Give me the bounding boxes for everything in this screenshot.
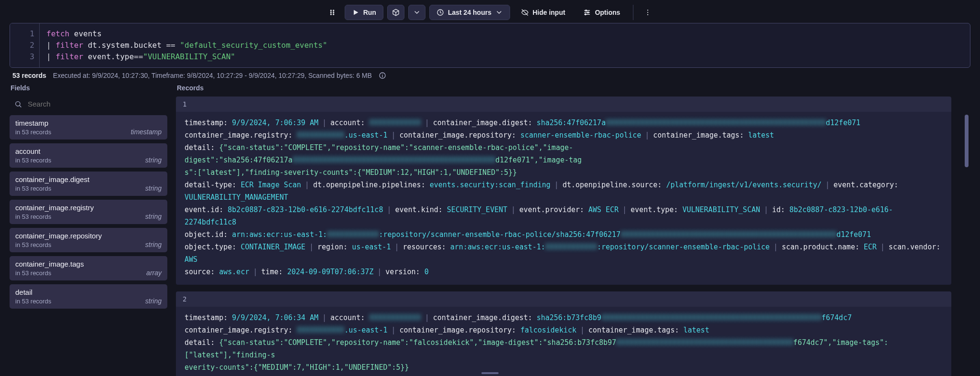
field-card[interactable]: container_image.tagsin 53 recordsarray — [10, 256, 167, 280]
record-key: version: — [385, 268, 424, 276]
record-value: AWS — [185, 255, 197, 264]
field-type: timestamp — [131, 128, 162, 136]
record-key: container_image.tags: — [588, 326, 684, 334]
record-key: event.id: — [185, 205, 228, 214]
fields-title: Fields — [11, 84, 167, 92]
record-key: timestamp: — [185, 313, 232, 322]
record-value: 8b2c0887-c823-12b0-e616-2274bdfc11c8 — [228, 205, 383, 214]
svg-point-13 — [588, 12, 589, 13]
record-value: 2024-09-09T07:06:37Z — [287, 268, 374, 276]
record-value: aws.ecr — [219, 268, 249, 276]
record-count: 53 records — [12, 72, 46, 79]
field-name: container_image.digest — [15, 175, 89, 183]
record-header[interactable]: 2 — [176, 291, 951, 307]
record-key: event.category: — [834, 181, 898, 189]
grip-icon — [328, 9, 336, 16]
record-key: scan.vendor: — [889, 243, 940, 251]
code-area[interactable]: fetch events | filter dt.system.bucket =… — [40, 23, 334, 67]
field-card[interactable]: container_image.digestin 53 recordsstrin… — [10, 172, 167, 196]
record-value: s":["latest"],"finding-severity-counts":… — [185, 168, 517, 177]
run-button[interactable]: Run — [345, 5, 383, 20]
record-value: us-east-1 — [352, 243, 391, 251]
field-card[interactable]: container_image.repositoryin 53 recordss… — [10, 228, 167, 252]
box-icon — [392, 9, 400, 16]
options-button[interactable]: Options — [576, 5, 627, 20]
resize-handle[interactable] — [481, 372, 499, 374]
field-type: string — [145, 156, 162, 164]
record-key: dt.openpipeline.source: — [563, 181, 666, 189]
field-card[interactable]: accountin 53 recordsstring — [10, 143, 167, 168]
record-value: scanner-ensemble-rbac-police — [520, 131, 641, 140]
timeframe-label: Last 24 hours — [448, 9, 491, 16]
field-name: account — [15, 147, 41, 155]
clock-icon — [436, 9, 444, 16]
package-dropdown[interactable] — [408, 5, 425, 20]
field-card[interactable]: container_image.registryin 53 recordsstr… — [10, 200, 167, 224]
record-value: sha256:b73fc8b9 — [536, 313, 601, 322]
record-value: ECR Image Scan — [240, 181, 301, 189]
execution-meta: Executed at: 9/9/2024, 10:27:30, Timefra… — [53, 72, 372, 79]
chevron-down-icon — [413, 9, 421, 16]
field-name: container_image.repository — [15, 232, 102, 240]
field-name: detail — [15, 288, 33, 296]
record-key: object.id: — [185, 230, 232, 239]
top-toolbar: Run Last 24 hours Hide input Options — [10, 5, 970, 20]
field-name: container_image.tags — [15, 260, 84, 268]
svg-point-20 — [382, 74, 382, 74]
record-value: CONTAINER_IMAGE — [240, 243, 305, 251]
hide-input-label: Hide input — [533, 9, 565, 16]
query-editor[interactable]: 1 2 3 fetch events | filter dt.system.bu… — [10, 23, 970, 68]
more-menu[interactable] — [639, 5, 656, 20]
svg-point-14 — [585, 14, 587, 15]
record-key: container_image.digest: — [433, 118, 537, 127]
sliders-icon — [583, 9, 591, 16]
svg-point-4 — [330, 14, 331, 15]
field-card[interactable]: timestampin 53 recordstimestamp — [10, 115, 167, 140]
field-sub: in 53 records — [15, 241, 51, 248]
svg-point-3 — [333, 12, 334, 13]
package-button[interactable] — [387, 5, 404, 20]
drag-handle[interactable] — [324, 5, 341, 20]
record-key: time: — [261, 268, 287, 276]
records-title: Records — [177, 84, 951, 92]
record-key: detail: — [185, 338, 219, 347]
field-card[interactable]: detailin 53 recordsstring — [10, 284, 167, 309]
scrollbar-thumb[interactable] — [965, 115, 969, 167]
field-type: string — [145, 241, 162, 248]
records-panel: Records 1timestamp: 9/9/2024, 7:06:39 AM… — [176, 83, 970, 376]
svg-point-2 — [330, 12, 331, 13]
field-name: container_image.registry — [15, 204, 94, 212]
hide-input-button[interactable]: Hide input — [514, 5, 572, 20]
eye-off-icon — [521, 9, 529, 16]
record-key: object.type: — [185, 243, 240, 251]
play-icon — [352, 9, 359, 16]
record-header[interactable]: 1 — [176, 97, 951, 112]
svg-line-22 — [20, 106, 21, 107]
record-body[interactable]: timestamp: 9/9/2024, 7:06:34 AM|account:… — [176, 307, 951, 376]
record-key: container_image.repository: — [400, 131, 521, 140]
svg-point-15 — [647, 10, 648, 11]
svg-point-1 — [333, 10, 334, 11]
record-key: region: — [317, 243, 352, 251]
fields-list: timestampin 53 recordstimestampaccountin… — [10, 115, 167, 309]
record-value: VULNERABILITY_MANAGEMENT — [185, 193, 288, 202]
field-type: string — [145, 213, 162, 220]
record-value: everity-counts":{"MEDIUM":7,"HIGH":1,"UN… — [185, 363, 409, 372]
record-value: arn:aws:ecr:us-east-1: — [450, 243, 545, 251]
record-key: container_image.repository: — [400, 326, 521, 334]
field-sub: in 53 records — [15, 298, 51, 305]
record-key: account: — [330, 118, 369, 127]
record-key: detail: — [185, 143, 219, 152]
record-key: timestamp: — [185, 118, 232, 127]
info-icon[interactable] — [379, 72, 386, 79]
record-value: /platform/ingest/v1/events.security/ — [666, 181, 821, 189]
field-sub: in 53 records — [15, 269, 51, 277]
fields-search[interactable] — [10, 97, 167, 111]
record-key: resources: — [403, 243, 450, 251]
search-input[interactable] — [27, 99, 163, 108]
record-key: source: — [185, 268, 219, 276]
fields-panel: Fields timestampin 53 recordstimestampac… — [10, 83, 167, 376]
record-body[interactable]: timestamp: 9/9/2024, 7:06:39 AM|account:… — [176, 112, 951, 285]
timeframe-picker[interactable]: Last 24 hours — [429, 5, 510, 20]
record-key: event.type: — [631, 205, 682, 214]
